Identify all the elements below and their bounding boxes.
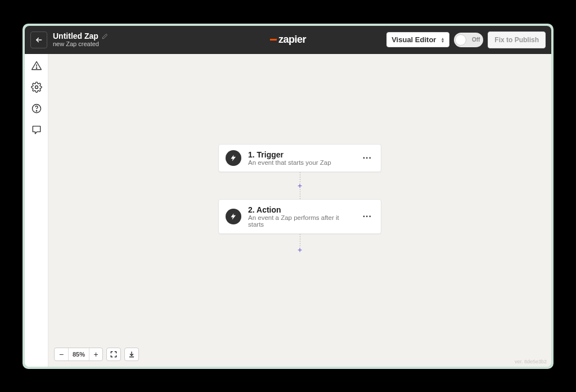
back-button[interactable] (30, 31, 47, 48)
expand-icon (110, 350, 118, 358)
view-selector-label: Visual Editor (392, 35, 436, 44)
header-overflow-menu-icon[interactable]: ⋮ (551, 29, 551, 36)
add-step-button[interactable]: + (298, 183, 302, 188)
step-subtitle: An event a Zap performs after it starts (248, 214, 354, 228)
app-container: Untitled Zap new Zap created zapier Visu… (25, 26, 551, 367)
flow-container: 1. Trigger An event that starts your Zap… (218, 144, 381, 253)
brand-text: zapier (278, 34, 306, 46)
bolt-icon (226, 209, 241, 224)
header-bar: Untitled Zap new Zap created zapier Visu… (25, 26, 551, 54)
warning-icon[interactable] (30, 60, 43, 72)
sidebar (25, 54, 48, 367)
brand-logo: zapier (270, 34, 306, 46)
svg-point-3 (35, 85, 38, 88)
connector-line (300, 234, 300, 246)
step-title: 2. Action (248, 205, 354, 214)
download-button[interactable] (124, 348, 139, 361)
arrow-left-icon (35, 36, 43, 44)
gear-icon[interactable] (30, 81, 43, 93)
window-frame: Untitled Zap new Zap created zapier Visu… (22, 24, 554, 369)
step-card-action[interactable]: 2. Action An event a Zap performs after … (218, 199, 381, 234)
comment-icon[interactable] (30, 124, 43, 136)
zap-title-block: Untitled Zap new Zap created (53, 31, 108, 48)
step-overflow-menu[interactable]: ··· (361, 209, 374, 224)
fit-to-screen-button[interactable] (106, 348, 121, 361)
add-step-button[interactable]: + (298, 247, 302, 253)
enabled-toggle[interactable]: Off (454, 33, 483, 47)
zoom-in-button[interactable]: + (89, 348, 102, 361)
download-icon (128, 350, 136, 358)
bolt-icon (226, 150, 241, 166)
help-icon[interactable] (30, 102, 43, 115)
zoom-level-label: 85% (68, 348, 89, 361)
step-title: 1. Trigger (248, 150, 354, 159)
zoom-controls: − 85% + (54, 348, 139, 361)
body: 1. Trigger An event that starts your Zap… (25, 54, 551, 367)
step-subtitle: An event that starts your Zap (248, 159, 354, 166)
svg-point-2 (36, 67, 37, 68)
zap-title[interactable]: Untitled Zap (53, 31, 98, 40)
zoom-out-button[interactable]: − (55, 348, 68, 361)
view-selector-dropdown[interactable]: Visual Editor ▲▼ (386, 32, 449, 47)
publish-button[interactable]: Fix to Publish (488, 31, 546, 48)
toggle-knob (455, 34, 466, 46)
step-overflow-menu[interactable]: ··· (361, 151, 374, 165)
zap-subtitle: new Zap created (53, 40, 108, 48)
chevron-updown-icon: ▲▼ (440, 37, 444, 43)
step-card-trigger[interactable]: 1. Trigger An event that starts your Zap… (218, 144, 381, 172)
toggle-label: Off (472, 37, 480, 43)
svg-point-5 (36, 110, 37, 111)
brand-dash-icon (270, 39, 277, 40)
connector-line (300, 189, 300, 199)
version-label: ver. 8de5e3b2 (515, 359, 547, 364)
editor-canvas[interactable]: 1. Trigger An event that starts your Zap… (48, 54, 551, 367)
pencil-icon[interactable] (102, 33, 108, 39)
